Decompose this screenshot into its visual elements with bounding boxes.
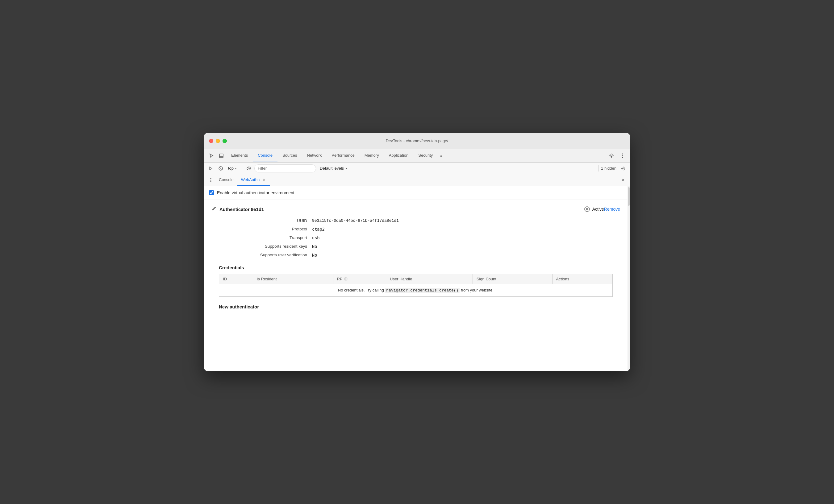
uuid-value: 9e3a15fc-0da0-44bc-871b-a4f17da8e1d1 (312, 219, 620, 223)
tab-performance[interactable]: Performance (327, 149, 359, 162)
credentials-table: ID Is Resident RP ID User Handle Sign Co… (219, 274, 613, 297)
svg-marker-9 (235, 168, 237, 169)
credentials-table-header: ID Is Resident RP ID User Handle Sign Co… (219, 274, 613, 284)
uuid-label: UUID (230, 219, 307, 223)
tab-network[interactable]: Network (302, 149, 327, 162)
active-radio-button[interactable] (584, 206, 590, 212)
authenticator-details: UUID 9e3a15fc-0da0-44bc-871b-a4f17da8e1d… (230, 219, 620, 257)
hidden-count: 1 hidden (601, 166, 616, 170)
credentials-empty-row: No credentials. Try calling navigator.cr… (219, 284, 613, 297)
cursor-icon[interactable] (206, 151, 216, 161)
credentials-title: Credentials (219, 265, 613, 270)
scrollbar-thumb[interactable] (628, 187, 630, 206)
devtools-tabs-list: Elements Console Sources Network Perform… (226, 149, 607, 162)
svg-marker-12 (346, 168, 348, 169)
new-authenticator-title: New authenticator (219, 304, 613, 310)
authenticator-name: Authenticator 8e1d1 (219, 207, 559, 212)
new-authenticator-section: New authenticator (212, 304, 620, 322)
svg-rect-0 (219, 154, 223, 158)
clear-console-icon[interactable] (216, 164, 225, 173)
panel-tabs-more-icon[interactable] (206, 176, 215, 184)
enable-virtual-auth-row: Enable virtual authenticator environment (204, 186, 628, 200)
svg-point-14 (211, 178, 212, 179)
minimize-button[interactable] (216, 139, 220, 143)
col-rp-id: RP ID (333, 274, 386, 284)
title-bar: DevTools - chrome://new-tab-page/ (204, 133, 630, 149)
svg-point-11 (248, 168, 249, 169)
tab-memory[interactable]: Memory (359, 149, 384, 162)
svg-point-5 (622, 157, 623, 158)
col-user-handle: User Handle (386, 274, 473, 284)
settings-icon[interactable] (607, 151, 616, 161)
toolbar-divider (242, 165, 242, 171)
svg-marker-6 (210, 167, 212, 170)
window-title: DevTools - chrome://new-tab-page/ (386, 138, 448, 143)
resident-keys-value: No (312, 244, 620, 249)
credentials-empty-cell: No credentials. Try calling navigator.cr… (219, 284, 613, 297)
drawer-icon[interactable] (216, 151, 226, 161)
devtools-tabs-bar: Elements Console Sources Network Perform… (204, 149, 630, 163)
svg-point-3 (622, 153, 623, 154)
tab-elements[interactable]: Elements (226, 149, 253, 162)
close-button[interactable] (209, 139, 213, 143)
devtools-window: DevTools - chrome://new-tab-page/ Elemen… (204, 133, 630, 371)
credentials-section: Credentials ID Is Resident RP ID User Ha… (212, 265, 620, 304)
protocol-value: ctap2 (312, 227, 620, 232)
run-script-icon[interactable] (206, 164, 215, 173)
protocol-label: Protocol (230, 227, 307, 232)
tab-webauthn-panel[interactable]: WebAuthn × (237, 174, 270, 186)
panel-close-button[interactable]: × (619, 176, 628, 184)
maximize-button[interactable] (222, 139, 227, 143)
tab-console-panel[interactable]: Console (215, 174, 237, 186)
right-divider (598, 165, 598, 171)
toolbar-right: 1 hidden (598, 164, 628, 173)
main-content-wrapper: Enable virtual authenticator environment… (204, 186, 630, 371)
active-label: Active (592, 207, 604, 212)
console-toolbar: top Default levels 1 hidden (204, 163, 630, 174)
col-id: ID (219, 274, 253, 284)
credentials-empty-text: No credentials. Try calling navigator.cr… (338, 288, 493, 292)
more-options-icon[interactable] (618, 151, 628, 161)
authenticator-header: Authenticator 8e1d1 Active Remove (212, 206, 620, 212)
remove-authenticator-button[interactable]: Remove (604, 207, 620, 212)
traffic-lights (209, 139, 227, 143)
resident-keys-label: Supports resident keys (230, 244, 307, 249)
filter-input[interactable] (254, 164, 316, 173)
context-selector[interactable]: top (226, 165, 239, 171)
transport-value: usb (312, 235, 620, 240)
col-sign-count: Sign Count (473, 274, 552, 284)
svg-point-10 (247, 167, 250, 170)
tab-sources[interactable]: Sources (278, 149, 302, 162)
panel-tabs-bar: Console WebAuthn × × (204, 174, 630, 186)
active-radio-group: Active (584, 206, 604, 212)
console-settings-icon[interactable] (619, 164, 628, 173)
eye-icon[interactable] (244, 164, 253, 173)
svg-point-4 (622, 155, 623, 156)
svg-line-8 (219, 167, 222, 170)
svg-point-15 (211, 180, 212, 180)
more-tabs-button[interactable]: » (438, 149, 445, 162)
enable-virtual-auth-label: Enable virtual authenticator environment (217, 190, 294, 195)
devtools-right-icons (607, 151, 628, 161)
user-verification-value: No (312, 253, 620, 257)
tab-console[interactable]: Console (253, 149, 278, 162)
tab-security[interactable]: Security (413, 149, 438, 162)
col-is-resident: Is Resident (253, 274, 333, 284)
svg-point-13 (622, 167, 624, 169)
transport-label: Transport (230, 235, 307, 240)
col-actions: Actions (552, 274, 612, 284)
authenticator-section: Authenticator 8e1d1 Active Remove UUID 9… (204, 200, 628, 328)
user-verification-label: Supports user verification (230, 253, 307, 257)
enable-virtual-auth-checkbox[interactable] (209, 190, 214, 195)
log-levels-button[interactable]: Default levels (317, 165, 351, 171)
edit-authenticator-icon[interactable] (212, 206, 216, 212)
scrollbar-track[interactable] (628, 186, 630, 371)
radio-inner-dot (586, 208, 588, 210)
main-content: Enable virtual authenticator environment… (204, 186, 628, 371)
svg-point-2 (611, 155, 612, 156)
webauthn-tab-close[interactable]: × (261, 177, 266, 182)
tab-application[interactable]: Application (384, 149, 414, 162)
svg-point-16 (211, 181, 212, 182)
